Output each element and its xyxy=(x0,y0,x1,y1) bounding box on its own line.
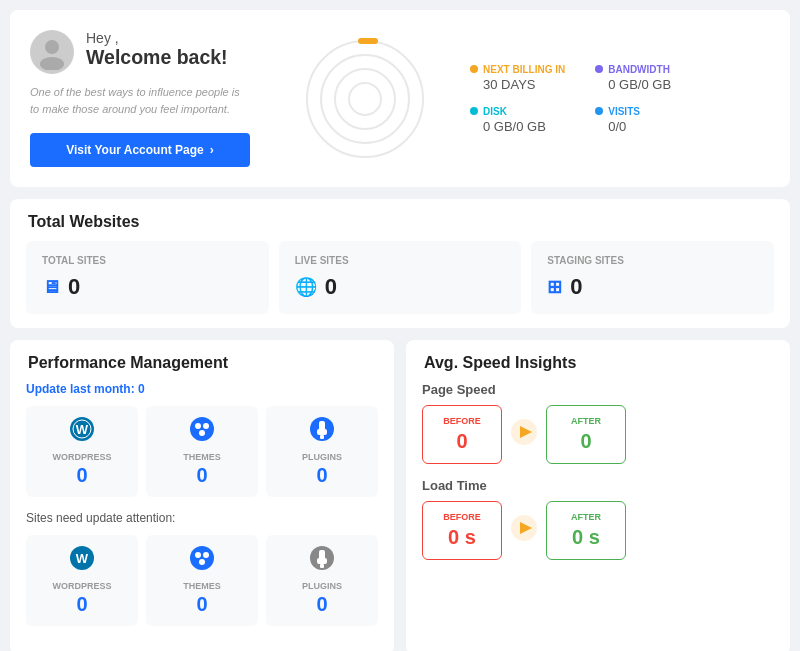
page-speed-label: Page Speed xyxy=(422,382,774,397)
themes-update-card: THEMES 0 xyxy=(146,406,258,497)
welcome-panel: Hey , Welcome back! One of the best ways… xyxy=(10,10,270,187)
bandwidth-value: 0 GB/0 GB xyxy=(595,77,690,92)
svg-point-5 xyxy=(349,83,381,115)
svg-point-13 xyxy=(199,430,205,436)
total-websites-section: Total Websites TOTAL SITES 🖥 0 LIVE SITE… xyxy=(10,199,790,328)
svg-point-2 xyxy=(307,41,423,157)
svg-rect-16 xyxy=(317,429,327,435)
disk-value: 0 GB/0 GB xyxy=(470,119,565,134)
total-sites-count: 0 xyxy=(68,274,80,300)
load-time-after-value: 0 s xyxy=(561,526,611,549)
dashboard: Hey , Welcome back! One of the best ways… xyxy=(0,0,800,651)
staging-sites-label: STAGING SITES xyxy=(547,255,758,266)
bottom-section: Performance Management Update last month… xyxy=(10,340,790,651)
wordpress-update-card: W WORDPRESS 0 xyxy=(26,406,138,497)
themes-attention-card: THEMES 0 xyxy=(146,535,258,626)
plugins-update-value: 0 xyxy=(276,464,368,487)
load-time-before-box: BEFORE 0 s xyxy=(422,501,502,560)
themes-update-value: 0 xyxy=(156,464,248,487)
total-sites-label: TOTAL SITES xyxy=(42,255,253,266)
load-time-row: BEFORE 0 s AFTER 0 s xyxy=(422,501,774,560)
page-speed-before-box: BEFORE 0 xyxy=(422,405,502,464)
greeting: Hey , xyxy=(86,30,228,46)
performance-panel: Performance Management Update last month… xyxy=(10,340,394,651)
disk-stat: DISK 0 GB/0 GB xyxy=(470,106,565,134)
themes-update-label: THEMES xyxy=(156,452,248,462)
total-sites-card: TOTAL SITES 🖥 0 xyxy=(26,241,269,314)
welcome-quote: One of the best ways to influence people… xyxy=(30,84,250,117)
speed-panel: Avg. Speed Insights Page Speed BEFORE 0 … xyxy=(406,340,790,651)
visits-dot xyxy=(595,107,603,115)
svg-rect-6 xyxy=(358,38,378,44)
attention-cards-grid: W WORDPRESS 0 xyxy=(26,535,378,626)
total-sites-value: 🖥 0 xyxy=(42,274,253,300)
load-time-arrow-icon xyxy=(510,514,538,547)
load-time-after-box: AFTER 0 s xyxy=(546,501,626,560)
page-speed-after-label: AFTER xyxy=(561,416,611,426)
top-section: Hey , Welcome back! One of the best ways… xyxy=(10,10,790,187)
update-last-month-label: Update last month: xyxy=(26,382,135,396)
staging-sites-value: ⊞ 0 xyxy=(547,274,758,300)
update-last-month-value: 0 xyxy=(138,382,145,396)
plugins-attention-label: PLUGINS xyxy=(276,581,368,591)
next-billing-stat: NEXT BILLING IN 30 DAYS xyxy=(470,64,565,92)
themes-attention-icon xyxy=(156,545,248,577)
svg-point-11 xyxy=(195,423,201,429)
staging-sites-count: 0 xyxy=(570,274,582,300)
bandwidth-label: BANDWIDTH xyxy=(608,64,670,75)
update-cards-grid: W WORDPRESS 0 xyxy=(26,406,378,497)
visits-value: 0/0 xyxy=(595,119,690,134)
disk-label: DISK xyxy=(483,106,507,117)
globe-icon: 🌐 xyxy=(295,276,317,298)
monitor-icon: 🖥 xyxy=(42,277,60,298)
target-circles xyxy=(300,34,430,164)
wordpress-update-value: 0 xyxy=(36,464,128,487)
svg-rect-26 xyxy=(317,558,327,564)
live-sites-count: 0 xyxy=(325,274,337,300)
billing-stats-grid: NEXT BILLING IN 30 DAYS BANDWIDTH 0 GB/0… xyxy=(470,64,690,134)
visits-stat: VISITS 0/0 xyxy=(595,106,690,134)
svg-point-21 xyxy=(195,552,201,558)
performance-header: Performance Management xyxy=(26,354,378,372)
svg-text:W: W xyxy=(76,551,89,566)
attention-label: Sites need update attention: xyxy=(26,511,378,525)
wordpress-attention-value: 0 xyxy=(36,593,128,616)
sites-grid: TOTAL SITES 🖥 0 LIVE SITES 🌐 0 STAGING S… xyxy=(26,241,774,314)
svg-point-20 xyxy=(190,546,214,570)
svg-rect-27 xyxy=(320,564,324,568)
wordpress-update-label: WORDPRESS xyxy=(36,452,128,462)
svg-text:W: W xyxy=(76,422,89,437)
plugins-icon xyxy=(276,416,368,448)
update-last-month-row: Update last month: 0 xyxy=(26,382,378,396)
account-btn-label: Visit Your Account Page xyxy=(66,143,204,157)
plugins-attention-card: PLUGINS 0 xyxy=(266,535,378,626)
page-speed-after-box: AFTER 0 xyxy=(546,405,626,464)
svg-point-1 xyxy=(40,57,64,70)
welcome-heading: Welcome back! xyxy=(86,46,228,69)
next-billing-value: 30 DAYS xyxy=(470,77,565,92)
user-info: Hey , Welcome back! xyxy=(30,30,250,74)
total-websites-header: Total Websites xyxy=(26,213,774,231)
page-speed-after-value: 0 xyxy=(561,430,611,453)
load-time-before-label: BEFORE xyxy=(437,512,487,522)
plugins-attention-value: 0 xyxy=(276,593,368,616)
load-time-before-value: 0 s xyxy=(437,526,487,549)
staging-icon: ⊞ xyxy=(547,276,562,298)
svg-point-12 xyxy=(203,423,209,429)
svg-point-4 xyxy=(335,69,395,129)
themes-attention-value: 0 xyxy=(156,593,248,616)
speed-header: Avg. Speed Insights xyxy=(422,354,774,372)
page-speed-row: BEFORE 0 AFTER 0 xyxy=(422,405,774,464)
next-billing-dot xyxy=(470,65,478,73)
wordpress-attention-icon: W xyxy=(36,545,128,577)
page-speed-before-label: BEFORE xyxy=(437,416,487,426)
account-page-button[interactable]: Visit Your Account Page › xyxy=(30,133,250,167)
svg-point-23 xyxy=(199,559,205,565)
live-sites-card: LIVE SITES 🌐 0 xyxy=(279,241,522,314)
disk-dot xyxy=(470,107,478,115)
load-time-after-label: AFTER xyxy=(561,512,611,522)
bandwidth-dot xyxy=(595,65,603,73)
staging-sites-card: STAGING SITES ⊞ 0 xyxy=(531,241,774,314)
page-speed-before-value: 0 xyxy=(437,430,487,453)
svg-point-22 xyxy=(203,552,209,558)
